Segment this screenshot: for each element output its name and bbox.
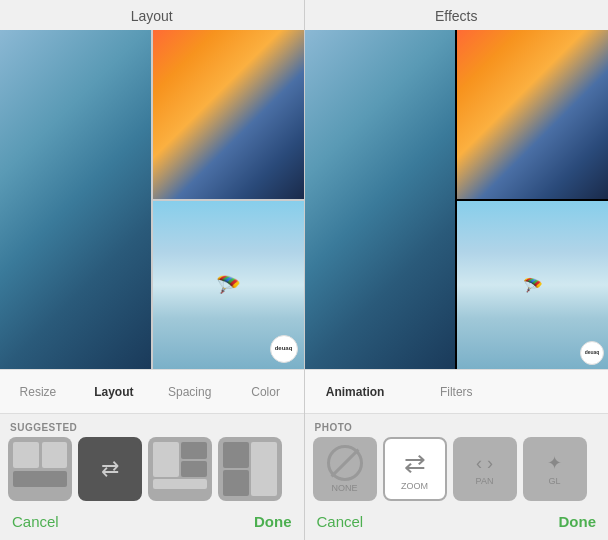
layout-mini bbox=[13, 471, 67, 487]
right-panel-title: Effects bbox=[305, 0, 609, 30]
right-photo-paraglider: 🪂 deuaq bbox=[457, 201, 608, 370]
none-icon bbox=[327, 445, 363, 481]
layout-mini bbox=[42, 442, 68, 468]
toolbar-animation[interactable]: Animation bbox=[305, 385, 406, 399]
right-panel: Effects 🪂 deuaq Animation Filters PHOTO bbox=[305, 0, 609, 540]
photo-paraglider: 🪂 deuaq bbox=[153, 201, 304, 370]
layout-mini bbox=[251, 442, 277, 496]
layout-option-4[interactable] bbox=[218, 437, 282, 501]
paraglider-icon: 🪂 bbox=[216, 273, 241, 297]
watermark: deuaq bbox=[270, 335, 298, 363]
anim-option-zoom[interactable]: ⇄ ZOOM bbox=[383, 437, 447, 501]
right-toolbar: Animation Filters bbox=[305, 369, 609, 413]
toolbar-filters[interactable]: Filters bbox=[406, 385, 507, 399]
animation-options: NONE ⇄ ZOOM ‹ › PAN ✦ GL bbox=[305, 437, 609, 509]
right-photo-grid: 🪂 deuaq bbox=[305, 30, 609, 369]
right-watermark: deuaq bbox=[580, 341, 604, 365]
anim-label-zoom: ZOOM bbox=[401, 481, 428, 491]
layout-mini bbox=[223, 470, 249, 496]
anim-option-extra[interactable]: ✦ GL bbox=[523, 437, 587, 501]
left-panel: Layout 🪂 deuaq Resize Layout Spacing Col… bbox=[0, 0, 304, 540]
pan-icon: ‹ › bbox=[476, 453, 493, 474]
anim-option-none[interactable]: NONE bbox=[313, 437, 377, 501]
right-photo-glacier bbox=[305, 30, 456, 369]
paraglider-icon-right: 🪂 bbox=[523, 275, 543, 294]
layout-mini bbox=[153, 442, 179, 477]
layout-option-3[interactable] bbox=[148, 437, 212, 501]
left-panel-title: Layout bbox=[0, 0, 304, 30]
right-cancel-button[interactable]: Cancel bbox=[317, 513, 364, 530]
toolbar-color[interactable]: Color bbox=[228, 385, 304, 399]
left-bottom-bar: SUGGESTED ⇄ bbox=[0, 413, 304, 540]
layout-options: ⇄ bbox=[0, 437, 304, 509]
right-photo-sunset bbox=[457, 30, 608, 199]
layout-mini bbox=[153, 479, 207, 489]
anim-option-pan[interactable]: ‹ › PAN bbox=[453, 437, 517, 501]
right-done-button[interactable]: Done bbox=[559, 513, 597, 530]
layout-option-1[interactable] bbox=[8, 437, 72, 501]
shuffle-icon: ⇄ bbox=[84, 443, 136, 495]
layout-mini bbox=[13, 442, 39, 468]
anim-label-none: NONE bbox=[331, 483, 357, 493]
right-section-label: PHOTO bbox=[305, 422, 609, 437]
left-cancel-button[interactable]: Cancel bbox=[12, 513, 59, 530]
anim-label-extra: GL bbox=[548, 476, 560, 486]
left-done-button[interactable]: Done bbox=[254, 513, 292, 530]
layout-mini bbox=[223, 442, 249, 468]
toolbar-resize[interactable]: Resize bbox=[0, 385, 76, 399]
right-action-bar: Cancel Done bbox=[305, 509, 609, 540]
toolbar-layout[interactable]: Layout bbox=[76, 385, 152, 399]
left-toolbar: Resize Layout Spacing Color bbox=[0, 369, 304, 413]
photo-sunset bbox=[153, 30, 304, 199]
layout-mini bbox=[181, 442, 207, 459]
anim-label-pan: PAN bbox=[476, 476, 494, 486]
left-photo-grid: 🪂 deuaq bbox=[0, 30, 304, 369]
extra-icon: ✦ bbox=[547, 452, 562, 474]
layout-mini bbox=[181, 461, 207, 478]
left-section-label: SUGGESTED bbox=[0, 422, 304, 437]
right-bottom-bar: PHOTO NONE ⇄ ZOOM ‹ › PAN bbox=[305, 413, 609, 540]
toolbar-spacing[interactable]: Spacing bbox=[152, 385, 228, 399]
zoom-icon: ⇄ bbox=[404, 448, 426, 479]
layout-option-2[interactable]: ⇄ bbox=[78, 437, 142, 501]
watermark-text: deuaq bbox=[585, 350, 600, 356]
photo-glacier bbox=[0, 30, 151, 369]
left-action-bar: Cancel Done bbox=[0, 509, 304, 540]
